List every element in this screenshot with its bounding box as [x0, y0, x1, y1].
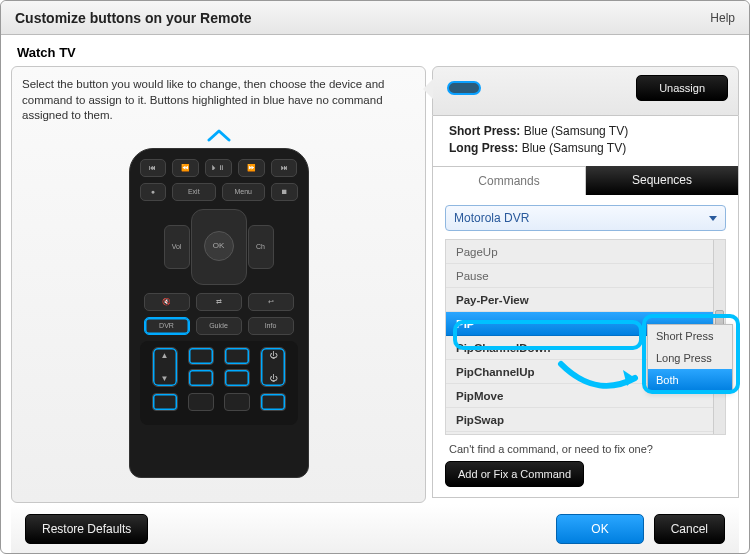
- remote-button[interactable]: [260, 393, 286, 411]
- tabs: Commands Sequences: [432, 166, 739, 195]
- remote-button[interactable]: ⏭: [271, 159, 298, 177]
- remote-button-guide[interactable]: Guide: [196, 317, 242, 335]
- long-press-value: Blue (Samsung TV): [522, 141, 627, 155]
- press-info: Short Press: Blue (Samsung TV) Long Pres…: [432, 116, 739, 166]
- content: Watch TV Select the button you would lik…: [1, 35, 749, 553]
- remote-button-exit[interactable]: Exit: [172, 183, 215, 201]
- press-type-both[interactable]: Both: [648, 369, 732, 391]
- remote-button-menu[interactable]: Menu: [222, 183, 265, 201]
- tab-sequences[interactable]: Sequences: [586, 166, 738, 195]
- instructions-text: Select the button you would like to chan…: [22, 77, 415, 124]
- remote-button[interactable]: [188, 393, 214, 411]
- remote-button[interactable]: ▲▼: [152, 347, 178, 387]
- command-item[interactable]: Pause: [446, 264, 725, 288]
- tab-commands[interactable]: Commands: [433, 166, 586, 195]
- help-link[interactable]: Help: [710, 11, 735, 25]
- remote-button-vol[interactable]: Vol: [164, 225, 190, 269]
- remote-button[interactable]: ⏵⏸: [205, 159, 232, 177]
- long-press-label: Long Press:: [449, 141, 518, 155]
- press-type-menu: Short Press Long Press Both: [647, 324, 733, 392]
- remote-dpad: Vol OK Ch: [164, 207, 274, 287]
- remote-button[interactable]: ↩: [248, 293, 294, 311]
- remote-button[interactable]: ⇄: [196, 293, 242, 311]
- remote-button[interactable]: [152, 393, 178, 411]
- remote-button[interactable]: [224, 347, 250, 365]
- short-press-value: Blue (Samsung TV): [524, 124, 629, 138]
- scroll-up-icon[interactable]: [22, 128, 415, 146]
- remote-button-dvr[interactable]: DVR: [144, 317, 190, 335]
- remote-button[interactable]: [224, 369, 250, 387]
- remote-wrap: ⏮ ⏪ ⏵⏸ ⏩ ⏭ ● Exit Menu ⏹: [22, 148, 415, 488]
- selected-button-icon: [447, 81, 481, 95]
- remote-button[interactable]: 🔇: [144, 293, 190, 311]
- window: Customize buttons on your Remote Help Wa…: [0, 0, 750, 554]
- press-type-long[interactable]: Long Press: [648, 347, 732, 369]
- panels: Select the button you would like to chan…: [11, 66, 739, 503]
- cancel-button[interactable]: Cancel: [654, 514, 725, 544]
- remote-lower-pad: ▲▼ ⏻⏻: [140, 341, 298, 425]
- device-dropdown[interactable]: Motorola DVR: [445, 205, 726, 231]
- remote-button-ok[interactable]: OK: [204, 231, 234, 261]
- ok-button[interactable]: OK: [556, 514, 643, 544]
- restore-defaults-button[interactable]: Restore Defaults: [25, 514, 148, 544]
- remote-button-info[interactable]: Info: [248, 317, 294, 335]
- assignment-header: Unassign: [432, 66, 739, 116]
- remote-button[interactable]: ⏹: [271, 183, 298, 201]
- remote-button[interactable]: ●: [140, 183, 167, 201]
- titlebar: Customize buttons on your Remote Help: [1, 1, 749, 35]
- device-dropdown-value: Motorola DVR: [454, 211, 529, 225]
- activity-heading: Watch TV: [17, 45, 739, 60]
- footer: Restore Defaults OK Cancel: [11, 503, 739, 553]
- add-fix-command-button[interactable]: Add or Fix a Command: [445, 461, 584, 487]
- remote-body: ⏮ ⏪ ⏵⏸ ⏩ ⏭ ● Exit Menu ⏹: [129, 148, 309, 478]
- remote-button[interactable]: ⏮: [140, 159, 167, 177]
- remote-button[interactable]: [188, 369, 214, 387]
- assignment-panel: Unassign Short Press: Blue (Samsung TV) …: [432, 66, 739, 503]
- command-item[interactable]: PageUp: [446, 240, 725, 264]
- fix-command-hint: Can't find a command, or need to fix one…: [449, 443, 726, 455]
- remote-button[interactable]: [188, 347, 214, 365]
- remote-button[interactable]: ⏪: [172, 159, 199, 177]
- remote-preview-panel: Select the button you would like to chan…: [11, 66, 426, 503]
- unassign-button[interactable]: Unassign: [636, 75, 728, 101]
- remote-button-ch[interactable]: Ch: [248, 225, 274, 269]
- remote-button[interactable]: ⏻⏻: [260, 347, 286, 387]
- command-item[interactable]: Pay-Per-View: [446, 288, 725, 312]
- remote-button[interactable]: [224, 393, 250, 411]
- window-title: Customize buttons on your Remote: [15, 10, 251, 26]
- press-type-short[interactable]: Short Press: [648, 325, 732, 347]
- remote-button[interactable]: ⏩: [238, 159, 265, 177]
- command-item[interactable]: PipSwap: [446, 408, 725, 432]
- short-press-label: Short Press:: [449, 124, 520, 138]
